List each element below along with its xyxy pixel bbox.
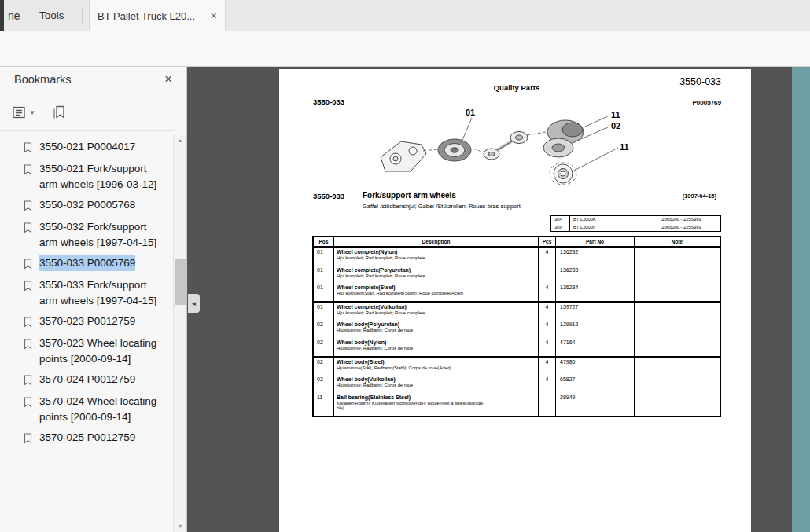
bookmarks-close-icon[interactable]: ×: [164, 72, 172, 87]
section-title: Fork/support arm wheels: [363, 191, 456, 200]
cell-note: [635, 283, 720, 303]
cell-pcs: 4: [539, 338, 556, 358]
bookmark-icon: [24, 314, 33, 331]
cell-pos: 01: [314, 248, 334, 266]
cell-part-no: 136233: [556, 266, 635, 284]
description-translations: Hjul komplett(Stål); Rad komplett(Stahl)…: [337, 291, 536, 296]
model-table-body: 364BT L2000K2065000 - 2255999369BT L2000…: [551, 216, 720, 231]
scrollbar-up-arrow-icon[interactable]: ▲: [174, 135, 186, 146]
cell-note: [635, 266, 720, 284]
pdf-page: Quality Parts 3550-033 3550-033 P0005769: [279, 69, 751, 532]
sidebar-scrollbar[interactable]: ▲ ▼: [173, 135, 186, 532]
doc-header-center: Quality Parts: [312, 83, 721, 92]
model-table-row: 369BT L2000I2065000 - 2255999: [551, 224, 720, 232]
bookmark-item[interactable]: 3570-023 P0012759: [24, 311, 163, 333]
exploded-view-illustration: 01 11 02 11: [370, 105, 645, 193]
parts-table-row: 01Wheel complete(Nylon)Hjul komplett; Ra…: [314, 248, 720, 266]
tab-separator: [82, 7, 83, 24]
callout-label: 11: [611, 110, 620, 119]
cell-part-no: 159727: [556, 303, 635, 321]
description-main: Wheel body(Nylon): [337, 339, 536, 346]
bookmark-icon: [24, 277, 33, 295]
parts-table-row: 02Wheel body(Steel)Hjulstomme(Stål); Rad…: [314, 358, 720, 376]
bookmark-label: 3570-024 P0012759: [39, 372, 135, 387]
cell-note: [635, 303, 720, 321]
tab-home-partial[interactable]: ne: [8, 0, 20, 31]
tab-document[interactable]: BT Pallet Truck L20... ×: [89, 0, 226, 31]
cell-note: [635, 358, 720, 376]
bookmark-item[interactable]: 3550-033 P0005769: [24, 253, 163, 275]
col-header-description: Description: [334, 237, 539, 246]
section-code: 3550-033: [313, 192, 344, 200]
cell-part-no: 65827: [556, 375, 635, 393]
bookmark-options-button[interactable]: ▼: [11, 105, 35, 120]
mt-model: BT L2000I: [570, 224, 642, 232]
description-translations: Hjulstomme; Radbahn; Corps de roue: [337, 383, 536, 388]
bookmark-item[interactable]: 3550-033 Fork/support arm wheels [1997-0…: [24, 275, 163, 311]
description-main: Ball bearing(Stainless Steel): [337, 394, 536, 401]
description-translations: Hjul komplett; Rad komplett; Roue comple…: [337, 255, 536, 261]
cell-description: Wheel body(Vulkollan)Hjulstomme; Radbahn…: [334, 375, 539, 393]
cell-description: Wheel complete(Vulkollan)Hjul komplett; …: [334, 303, 539, 321]
description-translations: Hjul komplett; Rad komplett; Roue comple…: [337, 310, 536, 316]
bookmark-item[interactable]: 3570-025 P0012759: [24, 427, 163, 449]
tab-tools[interactable]: Tools: [30, 0, 74, 31]
bookmark-item[interactable]: 3570-023 Wheel locating points [2000-09-…: [24, 333, 163, 369]
bookmark-item[interactable]: 3550-032 P0005768: [24, 195, 163, 217]
parts-table-body: 01Wheel complete(Nylon)Hjul komplett; Ra…: [314, 248, 720, 416]
mt-code: 369: [551, 224, 570, 232]
tab-close-icon[interactable]: ×: [211, 9, 217, 22]
bookmark-item[interactable]: 3550-021 Fork/support arm wheels [1996-0…: [24, 159, 163, 195]
description-translations: Hjulstomme; Radbahn; Corps de roue: [337, 328, 536, 333]
description-translations: Hjulstomme; Radbahn; Corps de roue: [337, 346, 536, 351]
cell-part-no: 47980: [556, 358, 635, 376]
doc-figure-ref: P0005769: [693, 99, 721, 106]
cell-description: Wheel complete(Steel)Hjul komplett(Stål)…: [334, 283, 539, 303]
col-header-pcs: Pcs: [539, 237, 556, 246]
bookmark-item[interactable]: 3550-021 P0004017: [24, 137, 163, 159]
scrollbar-down-arrow-icon[interactable]: ▼: [174, 521, 186, 532]
parts-table-row: 02Wheel body(Nylon)Hjulstomme; Radbahn; …: [314, 338, 720, 358]
bookmark-icon: [24, 430, 33, 447]
bookmark-label: 3550-033 P0005769: [39, 255, 135, 271]
description-main: Wheel complete(Nylon): [337, 249, 536, 255]
section-subtitle: Gaffel-/stödbenshjul; Gabel-/Stützrollen…: [363, 203, 521, 210]
bookmark-label: 3570-023 Wheel locating points [2000-09-…: [39, 336, 159, 367]
section-date: [1997-04-15]: [683, 193, 716, 200]
description-main: Wheel body(Steel): [337, 359, 536, 365]
description-main: Wheel complete(Vulkollan): [337, 304, 536, 310]
tab-bar: ne Tools BT Pallet Truck L20... ×: [0, 0, 810, 31]
description-main: Wheel body(Vulkollan): [337, 376, 536, 383]
col-header-pos: Pos: [314, 237, 334, 246]
bookmarks-panel: Bookmarks × ▼ 3550-021 P00040173550-021 …: [0, 67, 187, 532]
cell-pcs: [539, 393, 556, 416]
bookmark-item[interactable]: 3570-024 P0012759: [24, 369, 163, 391]
collapse-sidebar-button[interactable]: ◄: [188, 294, 200, 313]
mt-code: 364: [551, 216, 570, 224]
bookmark-label: 3550-021 Fork/support arm wheels [1996-0…: [39, 161, 159, 193]
parts-table-row: 01Wheel complete(Steel)Hjul komplett(Stå…: [314, 283, 720, 303]
description-translations: Hjul komplett; Rad komplett; Roue comple…: [337, 273, 536, 279]
bookmark-icon: [24, 336, 33, 353]
scrollbar-thumb[interactable]: [175, 259, 186, 305]
doc-header-right: 3550-033: [679, 76, 721, 87]
bookmark-label: 3570-023 P0012759: [39, 314, 135, 329]
cell-description: Wheel body(Polyuretan)Hjulstomme; Radbah…: [334, 320, 539, 338]
cell-pcs: 4: [539, 283, 556, 303]
model-table: 364BT L2000K2065000 - 2255999369BT L2000…: [550, 215, 721, 232]
bookmark-item[interactable]: 3550-032 Fork/support arm wheels [1997-0…: [24, 217, 163, 253]
parts-table-row: 01Wheel complete(Vulkollan)Hjul komplett…: [314, 303, 720, 321]
cell-description: Ball bearing(Stainless Steel)Kullager(Ro…: [334, 393, 539, 416]
doc-page-code: 3550-033: [313, 97, 344, 106]
main-toolbar: / 72 66,7% ▼ ▼: [0, 31, 810, 67]
bookmark-label: 3570-024 Wheel locating points [2000-09-…: [39, 394, 159, 425]
expand-current-bookmark-button[interactable]: [52, 105, 68, 123]
parts-table-row: 02Wheel body(Vulkollan)Hjulstomme; Radba…: [314, 375, 720, 393]
bookmark-item[interactable]: 3570-024 Wheel locating points [2000-09-…: [24, 391, 163, 427]
callout-label: 01: [466, 108, 475, 117]
cell-pcs: 4: [539, 303, 556, 321]
cell-pos: 02: [314, 338, 334, 358]
bookmark-icon: [24, 219, 33, 237]
window-edge: [0, 0, 4, 31]
callout-label: 11: [620, 142, 629, 152]
